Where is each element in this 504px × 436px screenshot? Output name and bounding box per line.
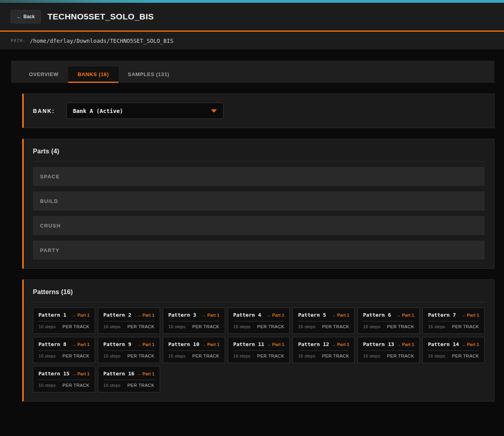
arrow-right-icon: → (397, 313, 401, 317)
divider (298, 350, 349, 351)
arrow-right-icon: → (137, 313, 141, 317)
divider (38, 321, 90, 321)
part-link-label: Part 1 (467, 313, 479, 317)
part-link[interactable]: → Part 1 (72, 342, 90, 347)
part-link-label: Part 1 (142, 371, 155, 376)
mode-label: PER TRACK (127, 324, 154, 329)
divider (363, 321, 414, 321)
bank-select[interactable]: Bank A (Active) (66, 103, 223, 119)
back-button[interactable]: ← Back (11, 10, 41, 23)
divider (103, 350, 155, 351)
pattern-name: Pattern 16 (103, 371, 134, 377)
tab-samples[interactable]: SAMPLES (131) (118, 67, 179, 83)
page-title: TECHNO5SET_SOLO_BIS (48, 12, 154, 21)
arrow-right-icon: → (202, 342, 206, 347)
pattern-card[interactable]: Pattern 12 → Part 1 16 steps PER TRACK (292, 337, 355, 363)
part-link[interactable]: → Part 1 (72, 313, 90, 317)
arrow-right-icon: → (72, 342, 76, 347)
tab-banks[interactable]: BANKS (16) (68, 67, 118, 83)
pattern-name: Pattern 15 (38, 371, 69, 377)
pattern-name: Pattern 13 (363, 341, 394, 347)
arrow-left-icon: ← (17, 14, 21, 19)
parts-section: Parts (4) SPACE BUILD CRUSH (22, 139, 494, 269)
part-name: PARTY (40, 247, 59, 253)
patterns-section-title: Patterns (16) (33, 289, 485, 296)
mode-label: PER TRACK (127, 354, 154, 358)
divider (298, 321, 349, 321)
part-link[interactable]: → Part 1 (267, 313, 284, 317)
pattern-card[interactable]: Pattern 10 → Part 1 16 steps PER TRACK (163, 337, 225, 363)
path-bar: PATH: /home/dferlay/Downloads/TECHNO5SET… (0, 32, 504, 50)
pattern-card[interactable]: Pattern 5 → Part 1 16 steps PER TRACK (292, 308, 355, 334)
pattern-card[interactable]: Pattern 16 → Part 1 16 steps PER TRACK (98, 366, 160, 392)
part-link[interactable]: → Part 1 (202, 342, 220, 347)
mode-label: PER TRACK (257, 324, 284, 329)
part-link[interactable]: → Part 1 (332, 342, 349, 347)
pattern-card[interactable]: Pattern 1 → Part 1 16 steps PER TRACK (33, 308, 95, 334)
part-link[interactable]: → Part 1 (72, 371, 90, 376)
steps-label: 16 steps (168, 324, 185, 329)
pattern-card[interactable]: Pattern 8 → Part 1 16 steps PER TRACK (33, 337, 95, 363)
pattern-name: Pattern 3 (168, 312, 196, 318)
mode-label: PER TRACK (387, 354, 414, 358)
part-link[interactable]: → Part 1 (397, 313, 414, 317)
arrow-right-icon: → (267, 342, 271, 347)
pattern-card[interactable]: Pattern 11 → Part 1 16 steps PER TRACK (228, 337, 290, 363)
pattern-card[interactable]: Pattern 13 → Part 1 16 steps PER TRACK (357, 337, 420, 363)
part-link[interactable]: → Part 1 (137, 342, 155, 347)
part-name: BUILD (40, 198, 58, 204)
part-link[interactable]: → Part 1 (137, 313, 155, 317)
pattern-card[interactable]: Pattern 7 → Part 1 16 steps PER TRACK (422, 308, 485, 334)
divider (33, 161, 485, 162)
part-row[interactable]: PARTY (33, 241, 485, 260)
chevron-down-icon (211, 109, 217, 113)
pattern-name: Pattern 8 (38, 341, 66, 347)
part-link-label: Part 1 (142, 313, 155, 317)
part-link-label: Part 1 (337, 313, 349, 317)
back-button-label: Back (23, 14, 35, 19)
arrow-right-icon: → (397, 342, 401, 347)
steps-label: 16 steps (363, 354, 380, 358)
pattern-card[interactable]: Pattern 3 → Part 1 16 steps PER TRACK (163, 308, 225, 334)
divider (33, 302, 485, 302)
divider (103, 321, 155, 321)
arrow-right-icon: → (461, 342, 466, 347)
mode-label: PER TRACK (192, 324, 219, 329)
pattern-card[interactable]: Pattern 14 → Part 1 16 steps PER TRACK (422, 337, 485, 363)
tab-bar: OVERVIEW BANKS (16) SAMPLES (131) (11, 61, 494, 83)
part-row[interactable]: CRUSH (33, 216, 485, 235)
divider (233, 321, 284, 321)
part-link[interactable]: → Part 1 (267, 342, 284, 347)
divider (38, 350, 90, 351)
part-link-label: Part 1 (207, 313, 220, 317)
part-row[interactable]: BUILD (33, 191, 485, 210)
pattern-card[interactable]: Pattern 9 → Part 1 16 steps PER TRACK (98, 337, 160, 363)
pattern-card[interactable]: Pattern 4 → Part 1 16 steps PER TRACK (228, 308, 290, 334)
part-link[interactable]: → Part 1 (461, 342, 479, 347)
arrow-right-icon: → (137, 371, 141, 376)
pattern-card[interactable]: Pattern 2 → Part 1 16 steps PER TRACK (98, 308, 160, 334)
pattern-card[interactable]: Pattern 6 → Part 1 16 steps PER TRACK (357, 308, 420, 334)
divider (103, 380, 155, 380)
pattern-name: Pattern 4 (233, 312, 261, 318)
part-name: CRUSH (40, 223, 61, 229)
pattern-card[interactable]: Pattern 15 → Part 1 16 steps PER TRACK (33, 366, 95, 392)
part-name: SPACE (40, 174, 60, 180)
part-link[interactable]: → Part 1 (397, 342, 414, 347)
part-link[interactable]: → Part 1 (461, 313, 479, 317)
divider (38, 380, 90, 380)
divider (363, 350, 414, 351)
divider (168, 350, 220, 351)
tab-overview[interactable]: OVERVIEW (19, 67, 68, 83)
part-link[interactable]: → Part 1 (202, 313, 220, 317)
part-link[interactable]: → Part 1 (137, 371, 155, 376)
divider (168, 321, 220, 321)
arrow-right-icon: → (72, 313, 76, 317)
mode-label: PER TRACK (63, 324, 90, 329)
steps-label: 16 steps (103, 324, 120, 329)
part-link[interactable]: → Part 1 (332, 313, 349, 317)
part-row[interactable]: SPACE (33, 167, 485, 186)
steps-label: 16 steps (298, 354, 315, 358)
steps-label: 16 steps (363, 324, 380, 329)
part-link-label: Part 1 (272, 342, 284, 347)
